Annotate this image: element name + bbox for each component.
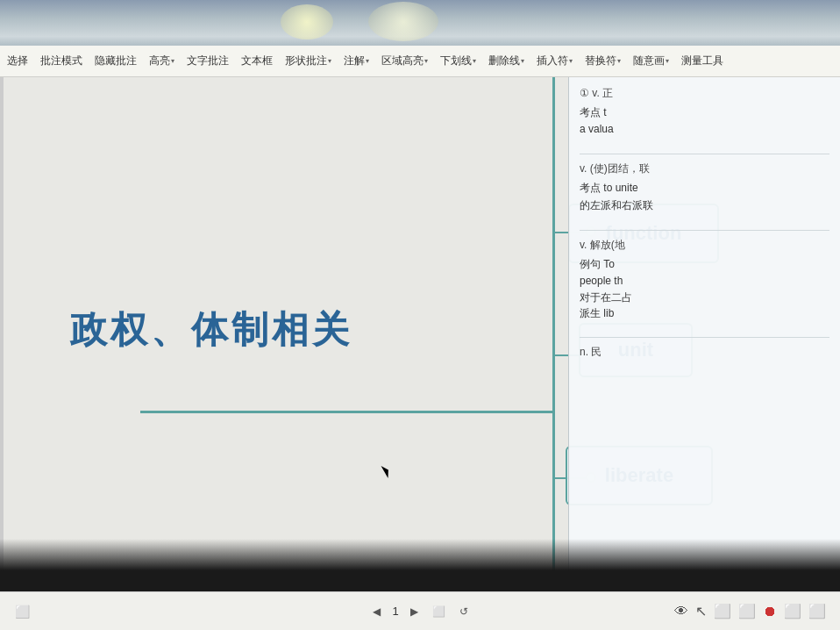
divider-3 [580, 337, 829, 338]
redo-button[interactable]: ↺ [455, 603, 473, 620]
toolbar-underline[interactable]: 下划线 [435, 50, 481, 72]
main-canvas: 政权、体制相关 function unit liberate ① v. 正 考点… [0, 77, 840, 591]
left-panel-indicator [0, 77, 4, 591]
toolbar-replace[interactable]: 替换符 [580, 50, 626, 72]
toolbar-hide-annotation[interactable]: 隐藏批注 [89, 50, 142, 72]
def-last-type: n. 民 [580, 345, 829, 360]
def-unit-type: v. (使)团结，联 [580, 161, 829, 176]
def-unit-kaodian: 考点 to unite [580, 180, 829, 197]
def-last: n. 民 [580, 345, 829, 360]
def-liberate: v. 解放(地 例句 To people th 对于在二占 派生 lib [580, 238, 829, 322]
record-icon[interactable]: ⬜ [738, 603, 756, 619]
definition-panel: ① v. 正 考点 t a valua v. (使)团结，联 考点 to uni… [568, 77, 840, 591]
def-unit-extra: 的左派和右派联 [580, 197, 829, 214]
toolbar-strikethrough[interactable]: 删除线 [483, 50, 530, 72]
def-liberate-extra2: 对于在二占 [580, 290, 829, 306]
def-function-extra: a valua [580, 121, 829, 138]
page-number: 1 [392, 605, 398, 618]
toolbar-insert-caret[interactable]: 插入符 [531, 50, 578, 72]
central-topic-text: 政权、体制相关 [70, 305, 352, 354]
toolbar-textbox[interactable]: 文本框 [236, 50, 278, 72]
def-liberate-extra1: people th [580, 273, 829, 290]
slide-icons-left: ⬜ [14, 604, 30, 619]
toolbar-annotate-mode[interactable]: 批注模式 [35, 50, 88, 72]
vertical-center-line [552, 77, 555, 591]
settings-icon[interactable]: ⬜ [784, 603, 801, 619]
screen-icon[interactable]: ⬜ [714, 603, 731, 619]
def-unit: v. (使)团结，联 考点 to unite 的左派和右派联 [580, 161, 829, 213]
horizontal-center-line [140, 411, 552, 413]
def-liberate-derived: 派生 lib [580, 306, 829, 321]
toolbar-note[interactable]: 注解 [338, 50, 374, 72]
record-red-icon[interactable]: ⏺ [763, 604, 777, 619]
toolbar-shape-annotation[interactable]: 形状批注 [280, 50, 337, 72]
divider-1 [580, 154, 829, 154]
toolbar-highlight[interactable]: 高亮 [144, 50, 180, 72]
toolbar-measure[interactable]: 测量工具 [676, 50, 729, 72]
toolbar-select[interactable]: 选择 [2, 50, 33, 72]
toolbar-text-annotation[interactable]: 文字批注 [182, 50, 234, 72]
top-photo-area [0, 0, 840, 46]
cursor [384, 463, 395, 481]
divider-2 [580, 230, 829, 231]
next-page-button[interactable]: ▶ [406, 603, 424, 620]
toolbar-region-highlight[interactable]: 区域高亮 [376, 50, 433, 72]
status-bar: ⬜ ◀ 1 ▶ ⬜ ↺ 👁 ↖ ⬜ ⬜ ⏺ ⬜ ⬜ [0, 591, 840, 630]
def-liberate-type: v. 解放(地 [580, 238, 829, 253]
pointer-icon[interactable]: ↖ [695, 603, 707, 619]
def-function-kaodian: 考点 t [580, 104, 829, 121]
slide-thumbnail-icon[interactable]: ⬜ [14, 604, 30, 619]
bottom-right-icons: 👁 ↖ ⬜ ⬜ ⏺ ⬜ ⬜ [674, 603, 826, 619]
toolbar-freehand[interactable]: 随意画 [628, 50, 674, 72]
def-function: ① v. 正 考点 t a valua [580, 86, 829, 138]
fullscreen-icon[interactable]: ⬜ [808, 603, 826, 619]
def-liberate-example: 例句 To [580, 256, 829, 273]
prev-page-button[interactable]: ◀ [367, 603, 385, 620]
toolbar: 选择 批注模式 隐藏批注 高亮 文字批注 文本框 形状批注 注解 区域高亮 下划… [0, 46, 840, 77]
def-function-type: ① v. 正 [580, 86, 829, 101]
add-slide-button[interactable]: ⬜ [431, 603, 448, 620]
page-navigation: ◀ 1 ▶ ⬜ ↺ [367, 603, 472, 620]
eye-icon[interactable]: 👁 [674, 604, 688, 619]
